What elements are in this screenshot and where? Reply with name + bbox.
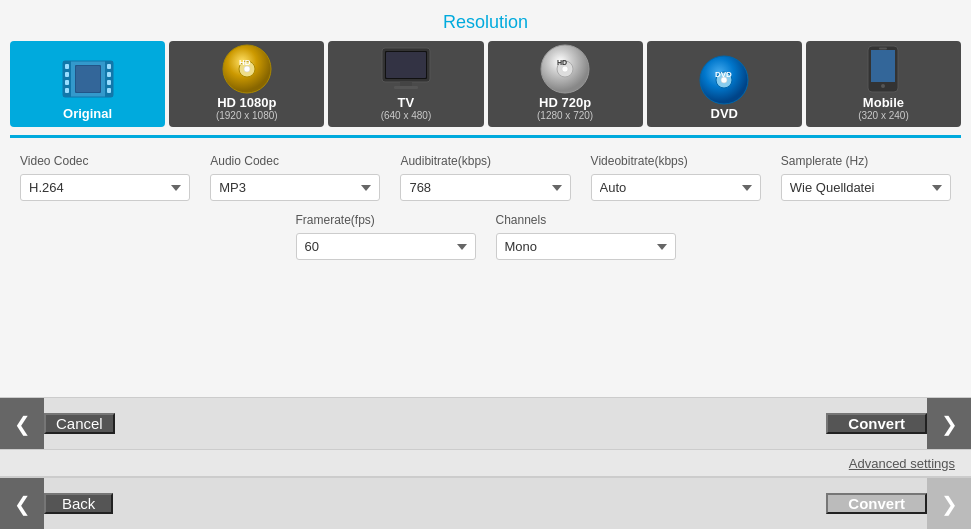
settings-row-1: Video Codec H.264 H.265 MPEG-4 Audio Cod… [20, 154, 951, 201]
film-icon [58, 56, 118, 104]
video-codec-group: Video Codec H.264 H.265 MPEG-4 [20, 154, 190, 201]
preset-hd720p-sublabel: (1280 x 720) [537, 110, 593, 121]
svg-rect-4 [65, 72, 69, 77]
convert-bar: ❮ Cancel Convert ❯ [0, 397, 971, 449]
channels-label: Channels [496, 213, 676, 227]
preset-original[interactable]: Original [10, 41, 165, 127]
settings-row-2: Framerate(fps) 24 25 30 60 Channels Mono… [20, 213, 951, 260]
convert-arrow-right[interactable]: ❯ [927, 398, 971, 449]
video-bitrate-label: Videobitrate(kbps) [591, 154, 761, 168]
mobile-icon [853, 45, 913, 93]
sample-rate-label: Samplerate (Hz) [781, 154, 951, 168]
framerate-label: Framerate(fps) [296, 213, 476, 227]
framerate-select[interactable]: 24 25 30 60 [296, 233, 476, 260]
svg-text:DVD: DVD [715, 70, 732, 79]
audio-bitrate-group: Audibitrate(kbps) 64 128 256 512 768 102… [400, 154, 570, 201]
svg-text:HD: HD [557, 59, 567, 66]
svg-rect-33 [879, 48, 887, 50]
video-codec-select[interactable]: H.264 H.265 MPEG-4 [20, 174, 190, 201]
svg-text:HD: HD [239, 58, 251, 67]
cd-gold-icon: HD [217, 45, 277, 93]
sample-rate-select[interactable]: Wie Quelldatei 22050 44100 48000 [781, 174, 951, 201]
convert-disabled-arrow: ❯ [927, 478, 971, 529]
audio-bitrate-select[interactable]: 64 128 256 512 768 1024 [400, 174, 570, 201]
preset-hd720p-label: HD 720p [539, 95, 591, 110]
tv-icon [376, 45, 436, 93]
dvd-icon: DVD [694, 56, 754, 104]
svg-rect-31 [871, 50, 895, 82]
channels-select[interactable]: Mono Stereo 5.1 [496, 233, 676, 260]
svg-point-32 [881, 84, 885, 88]
settings-area: Video Codec H.264 H.265 MPEG-4 Audio Cod… [0, 138, 971, 397]
preset-dvd[interactable]: DVD DVD [647, 41, 802, 127]
audio-codec-group: Audio Codec MP3 AAC OGG [210, 154, 380, 201]
video-codec-label: Video Codec [20, 154, 190, 168]
svg-rect-19 [386, 52, 426, 78]
svg-point-24 [562, 66, 568, 72]
resolution-title: Resolution [0, 0, 971, 41]
framerate-group: Framerate(fps) 24 25 30 60 [296, 213, 476, 260]
back-arrow-left[interactable]: ❮ [0, 478, 44, 529]
preset-hd1080p[interactable]: HD HD 1080p (1920 x 1080) [169, 41, 324, 127]
advanced-settings-link[interactable]: Advanced settings [849, 456, 955, 471]
preset-tv[interactable]: TV (640 x 480) [328, 41, 483, 127]
preset-original-label: Original [63, 106, 112, 121]
advanced-bar: Advanced settings [0, 449, 971, 477]
preset-dvd-label: DVD [711, 106, 738, 121]
preset-tv-label: TV [398, 95, 415, 110]
svg-rect-20 [400, 82, 412, 86]
channels-group: Channels Mono Stereo 5.1 [496, 213, 676, 260]
convert-disabled-button: Convert [826, 493, 927, 514]
sample-rate-group: Samplerate (Hz) Wie Quelldatei 22050 441… [781, 154, 951, 201]
cancel-button[interactable]: Cancel [44, 413, 115, 434]
video-bitrate-select[interactable]: Auto 500 1000 2000 [591, 174, 761, 201]
svg-rect-12 [76, 66, 100, 92]
audio-codec-label: Audio Codec [210, 154, 380, 168]
main-area: Resolution [0, 0, 971, 397]
svg-rect-8 [107, 72, 111, 77]
svg-rect-3 [65, 64, 69, 69]
svg-rect-5 [65, 80, 69, 85]
video-bitrate-group: Videobitrate(kbps) Auto 500 1000 2000 [591, 154, 761, 201]
preset-hd1080p-label: HD 1080p [217, 95, 276, 110]
preset-hd1080p-sublabel: (1920 x 1080) [216, 110, 278, 121]
preset-mobile-sublabel: (320 x 240) [858, 110, 909, 121]
audio-codec-select[interactable]: MP3 AAC OGG [210, 174, 380, 201]
audio-bitrate-label: Audibitrate(kbps) [400, 154, 570, 168]
convert-button[interactable]: Convert [826, 413, 927, 434]
svg-rect-6 [65, 88, 69, 93]
back-button[interactable]: Back [44, 493, 113, 514]
presets-row: Original HD [0, 41, 971, 127]
preset-tv-sublabel: (640 x 480) [381, 110, 432, 121]
preset-hd720p[interactable]: HD HD 720p (1280 x 720) [488, 41, 643, 127]
svg-rect-7 [107, 64, 111, 69]
svg-rect-21 [394, 86, 418, 89]
preset-mobile[interactable]: Mobile (320 x 240) [806, 41, 961, 127]
back-bar: ❮ Back Convert ❯ [0, 477, 971, 529]
svg-rect-10 [107, 88, 111, 93]
svg-rect-9 [107, 80, 111, 85]
cancel-arrow-left[interactable]: ❮ [0, 398, 44, 449]
cd-silver-icon: HD [535, 45, 595, 93]
preset-mobile-label: Mobile [863, 95, 904, 110]
